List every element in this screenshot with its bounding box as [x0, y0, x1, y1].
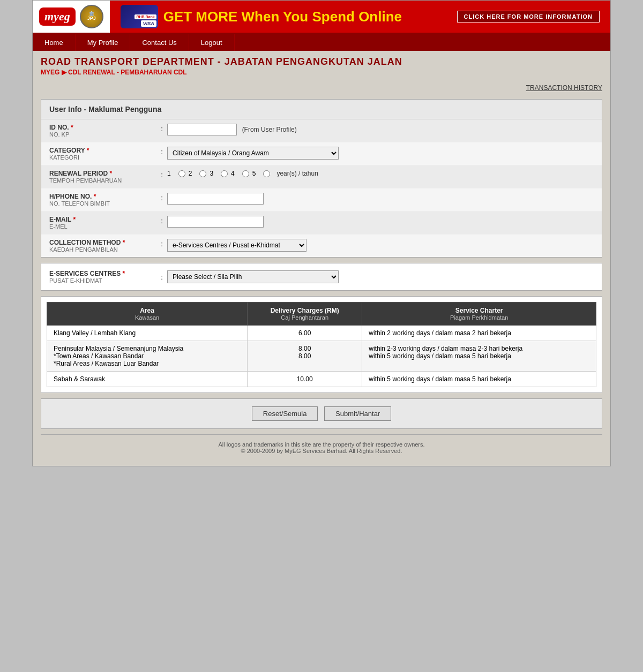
logo-area: myeg 🏛️JPJ	[33, 1, 110, 33]
id-no-input[interactable]	[167, 124, 237, 135]
radio-2-year[interactable]	[199, 170, 206, 177]
email-input[interactable]	[167, 216, 264, 228]
input-area-email	[167, 216, 594, 228]
transaction-history-bar: TRANSACTION HISTORY	[41, 80, 602, 95]
banner-pre: GET	[163, 9, 196, 25]
required-star: *	[73, 216, 76, 223]
table-cell-charge-2: 8.008.00	[248, 341, 362, 372]
table-row: Sabah & Sarawak 10.00 within 5 working d…	[47, 372, 596, 387]
table-header-charges: Delivery Charges (RM) Caj Penghantaran	[248, 303, 362, 326]
nav-bar: Home My Profile Contact Us Logout	[33, 34, 610, 51]
eservices-panel: E-SERVICES CENTRES * PUSAT E-KHIDMAT : P…	[41, 263, 602, 291]
label-sub-category: KATEGORI	[49, 154, 156, 161]
label-sub-hphone: NO. TELEFON BIMBIT	[49, 200, 156, 207]
required-star: *	[94, 193, 96, 200]
hphone-input[interactable]	[167, 193, 264, 205]
radio-5-year[interactable]	[263, 170, 270, 177]
th-charges-main: Delivery Charges (RM)	[254, 307, 355, 314]
table-row: Peninsular Malaysia / Semenanjung Malays…	[47, 341, 596, 372]
eservices-colon: :	[156, 273, 167, 281]
label-main-hphone: H/PHONE NO. *	[49, 193, 156, 200]
input-area-category: Citizen of Malaysia / Orang Awam Permane…	[167, 147, 594, 160]
required-star: *	[123, 239, 125, 246]
form-title: User Info - Maklumat Pengguna	[41, 100, 602, 119]
banner-headline: GET MORE When You Spend Online	[163, 9, 402, 25]
delivery-table-panel: Area Kawasan Delivery Charges (RM) Caj P…	[41, 296, 602, 393]
table-cell-area-2: Peninsular Malaysia / Semenanjung Malays…	[47, 341, 248, 372]
label-sub-email: E-MEL	[49, 223, 156, 230]
field-label-renewal-period: RENEWAL PERIOD * TEMPOH PEMBAHARUAN	[49, 170, 156, 184]
radio-1-year[interactable]	[178, 170, 185, 177]
banner-left: RHB Bank VISA GET MORE When You Spend On…	[121, 5, 402, 28]
eservices-select[interactable]: Please Select / Sila Pilih Kuala Lumpur …	[167, 270, 339, 283]
banner-text: GET MORE When You Spend Online	[163, 9, 402, 25]
field-row-category: CATEGORY * KATEGORI : Citizen of Malaysi…	[41, 142, 602, 165]
table-cell-charter-3: within 5 working days / dalam masa 5 har…	[362, 372, 596, 387]
collection-method-select[interactable]: e-Services Centres / Pusat e-Khidmat Hom…	[167, 239, 306, 252]
th-charter-sub: Piagam Perkhidmatan	[369, 314, 589, 321]
field-row-renewal-period: RENEWAL PERIOD * TEMPOH PEMBAHARUAN : 1 …	[41, 165, 602, 188]
table-cell-area-1: Klang Valley / Lembah Klang	[47, 326, 248, 341]
footer-line1: All logos and trademarks in this site ar…	[47, 441, 596, 448]
table-cell-charter-2: within 2-3 working days / dalam masa 2-3…	[362, 341, 596, 372]
field-row-hphone: H/PHONE NO. * NO. TELEFON BIMBIT :	[41, 188, 602, 212]
colon-category: :	[156, 147, 167, 156]
nav-myprofile[interactable]: My Profile	[76, 34, 131, 51]
eservices-label: E-SERVICES CENTRES * PUSAT E-KHIDMAT	[49, 270, 156, 284]
input-area-renewal-period: 1 2 3 4 5 year(s) / tahun	[167, 170, 594, 177]
table-header-area: Area Kawasan	[47, 303, 248, 326]
nav-logout[interactable]: Logout	[189, 34, 235, 51]
input-area-collection-method: e-Services Centres / Pusat e-Khidmat Hom…	[167, 239, 594, 252]
field-label-hphone: H/PHONE NO. * NO. TELEFON BIMBIT	[49, 193, 156, 207]
label-main-category: CATEGORY *	[49, 147, 156, 154]
input-area-id-no: (From User Profile)	[167, 124, 594, 135]
breadcrumb-page: CDL RENEWAL - PEMBAHARUAN CDL	[68, 69, 187, 76]
category-select[interactable]: Citizen of Malaysia / Orang Awam Permane…	[167, 147, 339, 160]
label-main-id-no: ID NO. *	[49, 124, 156, 131]
input-area-hphone	[167, 193, 594, 205]
nav-home[interactable]: Home	[33, 34, 76, 51]
radio-3-year[interactable]	[221, 170, 228, 177]
th-area-sub: Kawasan	[54, 314, 241, 321]
table-cell-area-3: Sabah & Sarawak	[47, 372, 248, 387]
required-star: *	[71, 124, 73, 131]
submit-button[interactable]: Submit/Hantar	[324, 406, 391, 421]
label-sub-id-no: NO. KP	[49, 131, 156, 138]
label-main-email: E-MAIL *	[49, 216, 156, 223]
breadcrumb: MYEG ▶ CDL RENEWAL - PEMBAHARUAN CDL	[41, 69, 602, 76]
banner-post: When You Spend Online	[237, 9, 402, 25]
field-row-email: E-MAIL * E-MEL :	[41, 212, 602, 235]
radio-4-label-pre: 4	[231, 170, 235, 177]
eservices-input-area: Please Select / Sila Pilih Kuala Lumpur …	[167, 270, 339, 283]
eservices-label-main: E-SERVICES CENTRES *	[49, 270, 156, 277]
field-row-collection-method: COLLECTION METHOD * KAEDAH PENGAMBILAN :…	[41, 235, 602, 257]
label-main-collection-method: COLLECTION METHOD *	[49, 239, 156, 246]
buttons-panel: Reset/Semula Submit/Hantar	[41, 398, 602, 429]
required-star: *	[122, 270, 125, 277]
transaction-history-link[interactable]: TRANSACTION HISTORY	[526, 84, 602, 92]
radio-4-year[interactable]	[242, 170, 249, 177]
banner-card: RHB Bank VISA	[121, 5, 158, 28]
renewal-period-radios: 1 2 3 4 5 year(s) / tahun	[167, 170, 594, 177]
delivery-table: Area Kawasan Delivery Charges (RM) Caj P…	[47, 302, 596, 387]
year-suffix: year(s) / tahun	[276, 170, 318, 177]
rhb-label: RHB Bank	[134, 14, 156, 19]
radio-1-label-pre: 1	[167, 170, 171, 177]
label-main-renewal-period: RENEWAL PERIOD *	[49, 170, 156, 177]
radio-2-label-pre: 2	[189, 170, 192, 177]
myeg-logo: myeg	[39, 7, 76, 26]
banner-area: RHB Bank VISA GET MORE When You Spend On…	[110, 1, 610, 33]
nav-contactus[interactable]: Contact Us	[130, 34, 189, 51]
reset-button[interactable]: Reset/Semula	[252, 406, 318, 421]
breadcrumb-root[interactable]: MYEG	[41, 69, 59, 76]
radio-5-label-pre: 5	[252, 170, 256, 177]
footer-line2: © 2000-2009 by MyEG Services Berhad. All…	[47, 448, 596, 454]
eservices-label-sub: PUSAT E-KHIDMAT	[49, 277, 156, 284]
banner-click-button[interactable]: CLICK HERE FOR MORE INFORMATION	[457, 11, 600, 22]
banner-highlight: MORE	[196, 9, 237, 25]
th-charter-main: Service Charter	[369, 307, 589, 314]
field-label-id-no: ID NO. * NO. KP	[49, 124, 156, 138]
table-cell-charter-1: within 2 working days / dalam masa 2 har…	[362, 326, 596, 341]
table-row: Klang Valley / Lembah Klang 6.00 within …	[47, 326, 596, 341]
page-title: ROAD TRANSPORT DEPARTMENT - JABATAN PENG…	[41, 56, 602, 67]
